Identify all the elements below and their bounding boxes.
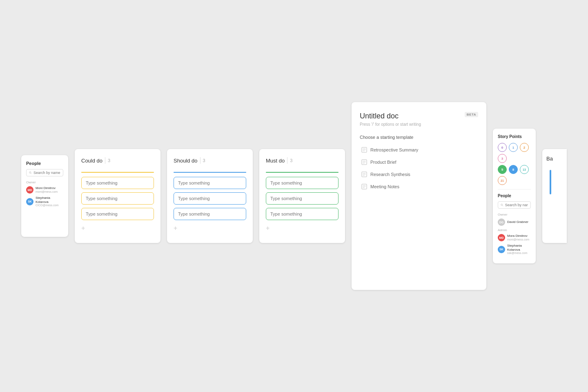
person-moni: MD Moni Dimitrov moni@mess.com [26,186,63,194]
story-person-mora: MD Mora Dimitrov moni@mess.com [498,234,531,241]
should-do-task-3[interactable] [174,208,246,220]
should-do-divider [174,172,246,173]
must-do-add-button[interactable]: + [266,225,270,232]
avatar-story-stephania: SK [498,246,505,253]
should-do-separator [200,157,200,164]
person-name-moni: Moni Dimitrov [36,186,58,190]
should-do-column: Should do 3 + [167,149,253,243]
could-do-task-1[interactable] [81,177,154,189]
template-section-label: Choose a starting template [360,135,478,140]
could-do-separator [105,157,105,164]
story-points-card: Story Points 0 1 2 3 5 8 13 21 People Ow… [493,129,536,263]
template-name-meeting: Meeting Notes [370,184,399,189]
could-do-count: 3 [108,158,110,163]
template-name-product-brief: Product Brief [370,160,396,165]
must-do-title: Must do [266,158,285,164]
point-badge-0[interactable]: 0 [498,143,507,152]
doc-card: Untitled doc BETA Press '/' for options … [352,102,486,290]
partial-card: Ba [542,149,567,243]
svg-point-0 [29,172,31,173]
story-owner-label: Owner [498,213,531,216]
people-search-input[interactable] [33,171,60,175]
story-owner-name: David Grabner [507,220,528,224]
svg-line-1 [31,173,31,174]
story-admin-email-1: moni@mess.com [507,238,529,241]
point-badge-8[interactable]: 8 [509,165,518,174]
person-email-moni: moni@mess.com [36,190,58,194]
avatar-stephania: SK [26,198,33,205]
template-name-retrospective: Retrospective Summary [370,147,418,152]
avatar-moni: MD [26,186,33,194]
must-do-separator [287,157,287,164]
svg-line-19 [502,205,503,206]
people-search-box[interactable] [26,169,63,176]
could-do-task-2[interactable] [81,192,154,205]
points-row-2: 5 8 13 21 [498,165,531,185]
person-name-stephania: Stephania Kolarova [36,196,63,204]
people-owner-label: Owner [26,180,63,184]
story-people-title: People [498,194,531,198]
could-do-task-3[interactable] [81,208,154,220]
should-do-task-2[interactable] [174,192,246,205]
story-admin-name-2: Stephania Kolarova [507,244,531,252]
could-do-add-button[interactable]: + [81,225,85,232]
template-name-research: Research Synthesis [370,172,410,177]
story-divider [498,189,531,189]
should-do-title: Should do [174,158,198,164]
people-card: People Owner MD Moni Dimitrov moni@mess.… [21,155,68,237]
person-stephania: SK Stephania Kolarova CICO@mess.com [26,196,63,207]
must-do-divider [266,172,339,173]
story-admin-email-2: ssk@mess.com [507,252,531,255]
avatar-david: DG [498,218,505,226]
should-do-add-button[interactable]: + [174,225,177,232]
template-icon-research-synthesis [361,172,367,177]
story-person-owner: DG David Grabner [498,218,531,226]
must-do-task-1[interactable] [266,177,339,189]
people-card-title: People [26,161,63,166]
person-email-stephania: CICO@mess.com [36,204,63,207]
points-row-1: 0 1 2 3 [498,143,531,163]
point-badge-21[interactable]: 21 [498,176,507,185]
must-do-column: Must do 3 + [259,149,345,243]
doc-hint: Press '/' for options or start writing [360,122,478,127]
must-do-task-2[interactable] [266,192,339,205]
could-do-header: Could do 3 [81,157,154,167]
must-do-header: Must do 3 [266,157,339,167]
template-meeting-notes[interactable]: Meeting Notes [360,180,478,193]
template-icon-meeting-notes [361,184,367,189]
doc-card-header: Untitled doc BETA [360,112,478,120]
point-badge-3[interactable]: 3 [498,154,507,163]
story-search-icon [501,203,503,207]
doc-title: Untitled doc [360,112,399,120]
story-admin-label: Admin [498,228,531,232]
could-do-title: Could do [81,158,102,164]
point-badge-2[interactable]: 2 [520,143,529,152]
template-icon-product-brief [361,159,367,165]
point-badge-1[interactable]: 1 [509,143,518,152]
point-badge-5[interactable]: 5 [498,165,507,174]
template-research-synthesis[interactable]: Research Synthesis [360,168,478,180]
avatar-mora: MD [498,234,505,241]
point-badge-13[interactable]: 13 [520,165,529,174]
beta-badge: BETA [465,112,478,117]
must-do-count: 3 [290,158,292,163]
should-do-header: Should do 3 [174,157,246,167]
story-points-title: Story Points [498,134,531,139]
story-search-input[interactable] [505,203,528,207]
svg-point-18 [501,204,503,206]
story-person-stephania: SK Stephania Kolarova ssk@mess.com [498,244,531,255]
story-search-box[interactable] [498,201,531,209]
story-admin-name-1: Mora Dimitrov [507,234,529,238]
search-icon [29,171,32,174]
should-do-count: 3 [203,158,205,163]
should-do-task-1[interactable] [174,177,246,189]
must-do-task-3[interactable] [266,208,339,220]
template-retrospective[interactable]: Retrospective Summary [360,144,478,156]
partial-bar [550,170,551,194]
partial-card-title: Ba [546,156,563,162]
template-product-brief[interactable]: Product Brief [360,156,478,168]
template-icon-retrospective [361,147,367,153]
could-do-column: Could do 3 + [75,149,160,243]
could-do-divider [81,172,154,173]
